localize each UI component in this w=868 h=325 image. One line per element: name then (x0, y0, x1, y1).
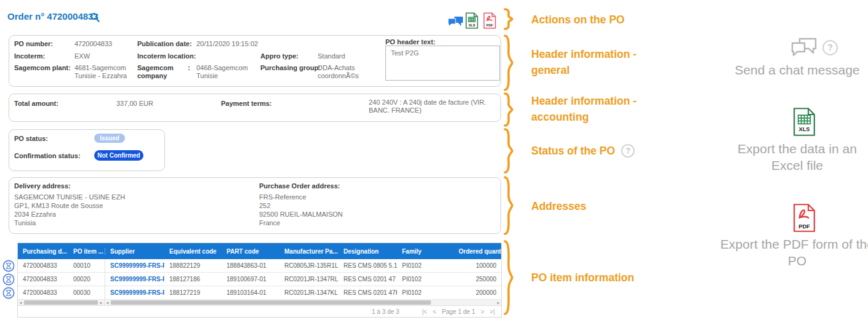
po-header-text-value: Test P2G (386, 46, 499, 60)
appro-type-label: Appro type: (260, 52, 299, 60)
po-address-line: 92500 RUEIL-MALMAISON (259, 211, 343, 218)
pdf-legend-icon: PDF (793, 203, 816, 233)
appro-type-value: Standard (318, 52, 345, 60)
cell-family: PI0102 (397, 262, 454, 269)
incoterm-location-label: Incoterm location: (137, 52, 196, 60)
addresses-panel: Delivery address: SAGEMCOM TUNISIE - USI… (9, 177, 501, 234)
export-xls-icon[interactable]: XLS (465, 12, 478, 29)
po-header-text-label: PO header text: (385, 38, 435, 46)
incoterm-value: EXW (74, 52, 90, 60)
col-po-item[interactable]: PO item ... (68, 248, 105, 255)
chat-action-icon[interactable] (448, 15, 464, 28)
confirmation-status-label: Confirmation status: (14, 152, 81, 159)
row-pending-icon[interactable] (2, 260, 15, 272)
table-pagination: 1 à 3 de 3 |< < Page 1 de 1 > >| (18, 306, 501, 317)
table-row: 4720004833 00010 SC99999999-FRS-Refere 1… (18, 259, 501, 273)
main-pane-scrollbar[interactable]: ◂ ▸ (105, 300, 501, 305)
payment-terms-label: Payment terms: (221, 100, 272, 107)
sagemcom-company-colon: : (188, 64, 190, 71)
section-brace (503, 240, 514, 315)
col-supplier[interactable]: Supplier (105, 248, 164, 255)
supplier-link[interactable]: SC99999999-FRS-Refere (105, 262, 164, 269)
cell-designation: RES CMS 0201 47 OHM (339, 276, 397, 283)
search-icon[interactable] (90, 12, 100, 22)
annotation-status-label: Status of the PO (531, 143, 615, 159)
cell-purchasing-doc: 4720004833 (18, 262, 68, 269)
cell-part-code: 188843863-01 (222, 262, 279, 269)
pagination-count: 1 à 3 de 3 (372, 308, 399, 315)
sagemcom-company-value: 0468-Sagemcom Tunisie (196, 64, 263, 80)
payment-terms-value: 240 240V : A 240j date de facture (VIR. … (369, 98, 499, 114)
cell-ordered-qty: 100000 (454, 262, 501, 269)
scroll-right-arrow-icon[interactable]: ▸ (98, 300, 104, 305)
po-documentation-page: Order n° 4720004833 XLS PDF PO number: 4… (0, 0, 868, 325)
supplier-link[interactable]: SC99999999-FRS-Refere (105, 276, 164, 283)
col-designation[interactable]: Designation (339, 248, 397, 255)
total-amount-value: 337,00 EUR (116, 100, 153, 107)
pagination-prev-icon[interactable]: < (433, 308, 436, 315)
cell-ordered-qty: 200000 (454, 289, 501, 296)
cell-purchasing-doc: 4720004833 (18, 276, 68, 283)
col-purchasing-doc[interactable]: Purchasing d... (18, 248, 68, 255)
chat-legend-icon (790, 37, 818, 60)
scroll-left-arrow-icon[interactable]: ◂ (18, 300, 23, 305)
legend-pdf-label: Export the PDF form of the PO (720, 236, 868, 269)
cell-purchasing-doc: 4720004833 (18, 289, 68, 296)
xls-icon-label: XLS (799, 126, 810, 132)
scroll-right-arrow-icon[interactable]: ▸ (496, 300, 501, 305)
po-items-table: Purchasing d... PO item ... Supplier Equ… (17, 243, 502, 318)
row-pending-icon[interactable] (2, 287, 15, 299)
purchasing-group-label: Purchasing group: (260, 64, 321, 71)
col-part-code[interactable]: PART code (222, 248, 279, 255)
col-ordered-qty[interactable]: Ordered quantit... (454, 248, 501, 255)
export-pdf-icon[interactable]: PDF (483, 12, 496, 29)
po-header-text-box[interactable]: Test P2G (385, 46, 500, 81)
page-title: Order n° 4720004833 (7, 11, 98, 22)
delivery-address-label: Delivery address: (14, 182, 71, 190)
col-equivalent-code[interactable]: Equivalent code (164, 248, 222, 255)
po-address-line: FRS-Reference (259, 193, 306, 201)
table-scrollbars: ◂ ▸ ◂ ▸ (18, 300, 501, 306)
section-brace (503, 128, 514, 174)
supplier-link[interactable]: SC99999999-FRS-Refere (105, 289, 164, 296)
cell-equivalent-code: 188127186 (164, 276, 222, 283)
confirmation-status-badge: Not Confirmed (94, 150, 143, 161)
scroll-left-arrow-icon[interactable]: ◂ (105, 300, 110, 305)
help-icon: ? (621, 144, 635, 158)
pagination-next-icon[interactable]: > (481, 308, 484, 315)
annotation-header-general: Header information - general (531, 46, 678, 78)
po-address-label: Purchase Order address: (259, 182, 340, 190)
pagination-first-icon[interactable]: |< (422, 308, 427, 315)
section-brace (503, 176, 514, 235)
cell-ordered-qty: 250000 (454, 276, 501, 283)
annotation-po-items: PO item information (531, 270, 678, 286)
cell-manufacturer-part: RC0805JR-135R1L (279, 262, 339, 269)
sagemcom-plant-value: 4681-Sagemcom Tunisie - Ezzahra (74, 64, 136, 80)
total-amount-label: Total amount: (14, 100, 58, 107)
pagination-last-icon[interactable]: >| (490, 308, 495, 315)
status-panel: PO status: Issued Confirmation status: N… (9, 129, 165, 171)
incoterm-label: Incoterm: (14, 52, 45, 60)
annotation-addresses: Addresses (531, 198, 678, 214)
section-brace (503, 92, 514, 127)
delivery-address-line: 2034 Ezzahra (14, 211, 56, 218)
table-row: 4720004833 00030 SC99999999-FRS-Refere 1… (18, 286, 501, 300)
publication-date-label: Publication date: (137, 40, 192, 47)
cell-family: PI0102 (397, 289, 454, 296)
po-number-label: PO number: (14, 40, 53, 47)
cell-po-item: 00030 (68, 286, 105, 299)
po-number-value: 4720004833 (74, 40, 112, 47)
po-address-line: France (259, 219, 280, 227)
annotation-header-accounting: Header information - accounting (531, 93, 678, 125)
frozen-pane-scrollbar[interactable]: ◂ ▸ (18, 300, 105, 305)
cell-part-code: 189100697-01 (222, 276, 279, 283)
publication-date-value: 20/11/2020 19:15:02 (196, 40, 258, 47)
row-pending-icon[interactable] (2, 273, 15, 286)
help-icon: ? (822, 40, 838, 55)
delivery-address-line: Tunisia (14, 219, 36, 227)
table-row: 4720004833 00020 SC99999999-FRS-Refere 1… (18, 273, 501, 286)
header-accounting-panel: Total amount: 337,00 EUR Payment terms: … (9, 94, 501, 122)
col-manufacturer-part[interactable]: Manufacturer Pa... (279, 248, 339, 255)
xls-legend-icon: XLS (793, 107, 816, 137)
col-family[interactable]: Family (397, 248, 454, 255)
